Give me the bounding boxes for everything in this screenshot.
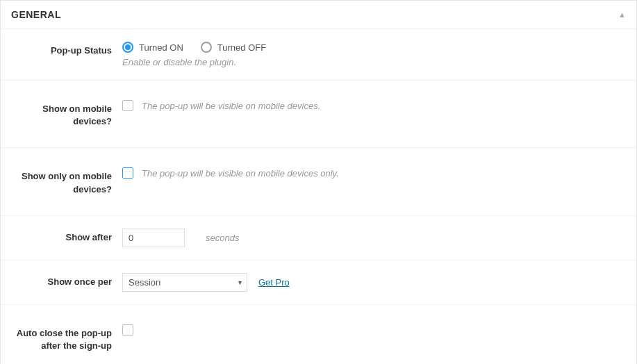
label-show-only-mobile: Show only on mobile devices? [4, 167, 122, 195]
select-show-once-per[interactable]: Session [122, 273, 247, 292]
panel-title: GENERAL [11, 9, 61, 20]
help-popup-status: Enable or disable the plugin. [122, 57, 626, 67]
checkbox-show-only-mobile[interactable] [122, 167, 133, 179]
radio-label-on: Turned ON [139, 42, 183, 53]
label-show-mobile: Show on mobile devices? [4, 100, 122, 128]
row-show-only-mobile: Show only on mobile devices? The pop-up … [1, 148, 636, 215]
popup-status-radio-group: Turned ON Turned OFF [122, 42, 626, 53]
label-auto-close: Auto close the pop-up after the sign-up [4, 324, 122, 352]
radio-icon [122, 42, 133, 53]
radio-turned-off[interactable]: Turned OFF [201, 42, 266, 53]
get-pro-link[interactable]: Get Pro [258, 277, 290, 288]
row-popup-status: Pop-up Status Turned ON Turned OFF Enabl… [1, 29, 636, 81]
radio-label-off: Turned OFF [217, 42, 266, 53]
row-auto-close: Auto close the pop-up after the sign-up [1, 305, 636, 364]
radio-icon [201, 42, 212, 53]
label-show-once-per: Show once per [4, 273, 122, 288]
help-show-only-mobile: The pop-up will be visible on mobile dev… [142, 168, 339, 179]
label-popup-status: Pop-up Status [4, 42, 122, 57]
row-show-mobile: Show on mobile devices? The pop-up will … [1, 81, 636, 148]
checkbox-auto-close[interactable] [122, 324, 133, 336]
help-show-mobile: The pop-up will be visible on mobile dev… [142, 101, 320, 111]
panel-header: GENERAL ▲ [1, 1, 636, 29]
radio-turned-on[interactable]: Turned ON [122, 42, 183, 53]
row-show-once-per: Show once per Session Get Pro [1, 260, 636, 305]
checkbox-show-mobile[interactable] [122, 100, 133, 111]
input-show-after-seconds[interactable] [122, 229, 185, 247]
collapse-toggle-icon[interactable]: ▲ [618, 10, 626, 19]
row-show-after: Show after seconds [1, 216, 636, 260]
suffix-seconds: seconds [206, 233, 239, 243]
label-show-after: Show after [4, 229, 122, 244]
general-settings-panel: GENERAL ▲ Pop-up Status Turned ON Turned… [0, 0, 637, 364]
